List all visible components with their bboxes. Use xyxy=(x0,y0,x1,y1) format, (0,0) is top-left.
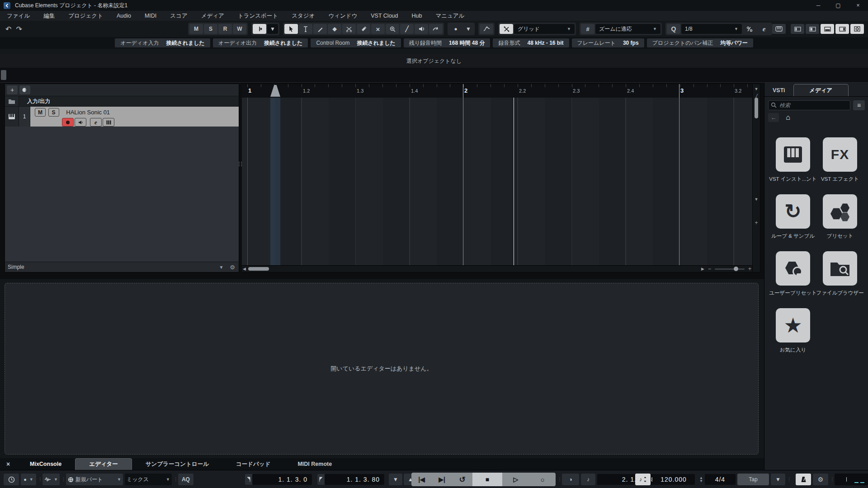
scroll-left-icon[interactable]: ◀ xyxy=(243,267,246,271)
time-signature-display[interactable]: 4/4 xyxy=(705,474,736,485)
go-to-end-button[interactable]: ▶| xyxy=(432,473,452,486)
auto-scroll-options-caret[interactable]: ▼ xyxy=(267,24,278,34)
tab-vsti[interactable]: VSTi xyxy=(764,84,793,96)
tile-vst-effects[interactable]: FX VST エフェクト xyxy=(816,137,863,183)
right-locator-icon[interactable] xyxy=(317,474,325,485)
project-overview-strip[interactable] xyxy=(0,68,868,83)
pan-law-chip[interactable]: プロジェクトのパン補正均等パワー xyxy=(647,38,753,47)
read-automation-button[interactable]: R xyxy=(218,24,232,34)
timeline-ruler[interactable]: 1 1.2 1.3 1.4 2 2.2 2.3 2.4 3 3.2 xyxy=(242,84,752,98)
tab-editor[interactable]: エディター xyxy=(75,458,132,470)
line-tool[interactable]: ╱ xyxy=(400,24,414,34)
performance-meter[interactable] xyxy=(835,474,868,485)
menu-score[interactable]: スコア xyxy=(163,11,194,21)
tempo-track-icon[interactable]: ♪ xyxy=(635,474,651,485)
write-automation-button[interactable]: W xyxy=(233,24,246,34)
stop-button[interactable]: ■ xyxy=(472,473,502,486)
tab-sampler-control[interactable]: サンプラーコントロール xyxy=(132,458,222,470)
right-locator-display[interactable]: 1. 1. 3. 80 xyxy=(325,474,384,485)
lower-zone-toggle-icon[interactable] xyxy=(821,24,834,34)
event-grid[interactable] xyxy=(242,98,752,266)
frame-rate-chip[interactable]: フレームレート30 fps xyxy=(572,38,644,47)
cycle-button[interactable]: ↺ xyxy=(452,473,472,486)
menu-midi[interactable]: MIDI xyxy=(138,11,163,21)
locator-handle[interactable] xyxy=(270,85,280,97)
close-button[interactable]: × xyxy=(848,0,868,11)
punch-in-icon[interactable]: ▼ xyxy=(389,474,402,485)
tab-chord-pads[interactable]: コードパッド xyxy=(222,458,284,470)
menu-project[interactable]: プロジェクト xyxy=(61,11,110,21)
h-zoom-slider[interactable] xyxy=(715,268,745,270)
left-zone-toggle-icon[interactable] xyxy=(791,24,804,34)
menu-media[interactable]: メディア xyxy=(194,11,231,21)
project-cursor[interactable] xyxy=(514,98,514,266)
record-button[interactable]: ○ xyxy=(529,473,556,486)
play-tool[interactable] xyxy=(415,24,428,34)
menu-file[interactable]: ファイル xyxy=(0,11,37,21)
track-name[interactable]: HALion Sonic 01 xyxy=(66,109,110,116)
v-zoom-in-icon[interactable]: + xyxy=(753,220,760,226)
tap-tempo-button[interactable]: Tap xyxy=(737,474,769,485)
preset-gear-icon[interactable]: ⚙ xyxy=(230,264,235,271)
undo-icon[interactable]: ↶ xyxy=(5,25,11,33)
right-zone-toggle-icon[interactable] xyxy=(835,24,849,34)
pre-roll-icon[interactable]: ◑ xyxy=(562,474,579,485)
record-time-chip[interactable]: 残り録音時間168 時間 48 分 xyxy=(404,38,491,47)
metronome-icon[interactable] xyxy=(796,474,811,485)
midi-mix-mode-dropdown[interactable]: ミックス ▼ xyxy=(125,474,172,485)
instrument-track-row[interactable]: 1 M S HALion Sonic 01 e xyxy=(5,107,239,127)
close-lower-zone-icon[interactable]: × xyxy=(0,460,16,468)
tile-favorites[interactable]: ★ お気に入り xyxy=(769,308,816,353)
menu-studio[interactable]: スタジオ xyxy=(285,11,321,21)
cycle-region[interactable] xyxy=(270,98,280,266)
tile-loops-samples[interactable]: ↻ ループ & サンプル xyxy=(769,194,816,239)
tempo-display[interactable]: 120.000 xyxy=(652,474,695,485)
add-track-button[interactable]: + xyxy=(7,85,18,94)
menu-audio[interactable]: Audio xyxy=(110,11,138,21)
swing-icon[interactable] xyxy=(743,24,756,34)
object-selection-tool[interactable] xyxy=(284,24,298,34)
split-tool[interactable] xyxy=(342,24,356,34)
quantize-dropdown[interactable]: 1/8▼ xyxy=(681,24,742,34)
quantize-edit-icon[interactable]: e xyxy=(757,24,771,34)
menu-window[interactable]: ウィンドウ xyxy=(321,11,364,21)
scroll-right-icon[interactable]: ▶ xyxy=(701,267,704,271)
tempo-spinner[interactable]: ▲▼ xyxy=(699,476,703,483)
tab-midi-remote[interactable]: MIDI Remote xyxy=(284,458,345,470)
redo-icon[interactable]: ↷ xyxy=(16,25,22,33)
list-view-icon[interactable]: ≡ xyxy=(853,100,865,110)
zoom-out-icon[interactable]: − xyxy=(708,266,711,272)
home-icon[interactable]: ⌂ xyxy=(783,113,793,122)
snap-type-dropdown[interactable]: グリッド▼ xyxy=(514,24,575,34)
track-preset-icon[interactable] xyxy=(19,85,30,94)
go-to-start-button[interactable]: |◀ xyxy=(411,473,432,486)
control-room-chip[interactable]: Control Room接続されました xyxy=(311,38,401,47)
menu-vst-cloud[interactable]: VST Cloud xyxy=(364,11,405,21)
record-mode-button[interactable]: ● ▼ xyxy=(21,474,36,485)
snap-icon[interactable] xyxy=(500,24,513,34)
record-enable-button[interactable] xyxy=(62,118,74,127)
grid-type-icon[interactable]: # xyxy=(581,24,594,34)
constrain-delay-icon[interactable] xyxy=(4,474,19,485)
glue-tool[interactable] xyxy=(357,24,370,34)
range-selection-tool[interactable] xyxy=(299,24,312,34)
draw-tool[interactable] xyxy=(313,24,327,34)
mute-tool[interactable]: × xyxy=(371,24,385,34)
h-scroll-thumb[interactable] xyxy=(248,267,269,271)
feedback-tool[interactable] xyxy=(429,24,443,34)
v-scroll-down-icon[interactable]: ▼ xyxy=(753,197,760,202)
h-zoom-handle[interactable] xyxy=(734,267,738,271)
tile-user-presets[interactable]: ユーザープリセット xyxy=(769,251,816,296)
maximize-button[interactable]: ▢ xyxy=(828,0,848,11)
back-icon[interactable]: ← xyxy=(768,113,779,122)
audio-record-mode-button[interactable]: ▼ xyxy=(42,474,60,485)
midi-record-mode-dropdown[interactable]: 新規パート ▼ xyxy=(66,474,123,485)
track-solo-button[interactable]: S xyxy=(48,108,59,117)
track-mute-button[interactable]: M xyxy=(35,108,46,117)
panel-resize-handle[interactable] xyxy=(239,155,242,173)
menu-edit[interactable]: 編集 xyxy=(37,11,61,21)
edit-channel-button[interactable]: e xyxy=(90,118,102,127)
horizontal-scrollbar[interactable]: ◀ ▶ − + xyxy=(242,265,752,272)
auto-scroll-icon[interactable] xyxy=(253,24,266,34)
keyboard-focus-icon[interactable] xyxy=(772,24,786,34)
